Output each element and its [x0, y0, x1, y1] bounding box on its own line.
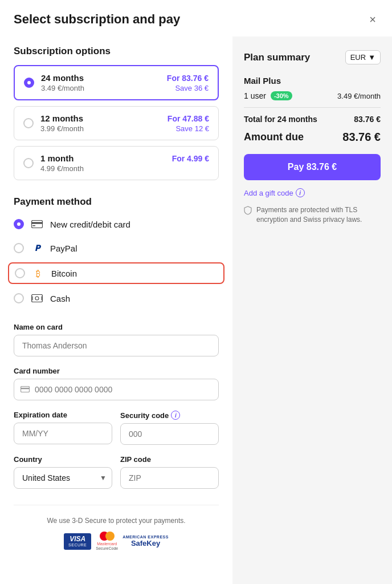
svg-rect-8 [21, 388, 30, 390]
svg-rect-3 [32, 295, 43, 302]
radio-1month [23, 158, 34, 168]
security-group: Security code i [120, 411, 219, 445]
country-select[interactable]: United States [14, 467, 112, 489]
payment-option-paypal[interactable]: 𝙋 PayPal [14, 240, 219, 257]
plan-divider [244, 107, 381, 108]
sub-option-content-12months: 12 months For 47.88 € 3.99 €/month Save … [40, 113, 209, 133]
radio-paypal [14, 243, 24, 253]
card-icon [31, 218, 43, 230]
card-number-group: Card number [14, 367, 219, 400]
sub-option-save-24months: Save 36 € [175, 84, 209, 92]
bitcoin-icon: ₿ [32, 267, 44, 279]
svg-rect-0 [32, 221, 43, 228]
discount-badge: -30% [271, 91, 292, 100]
zip-input[interactable] [120, 467, 219, 489]
expiry-security-row: Expiration date Security code i [14, 411, 219, 455]
amex-logo: AMERICAN EXPRESS SafeKey [122, 535, 169, 548]
secure-section: We use 3-D Secure to protect your paymen… [14, 505, 219, 557]
payment-option-card[interactable]: New credit/debit card [14, 216, 219, 233]
card-input[interactable] [14, 379, 219, 400]
payment-label-cash: Cash [50, 294, 70, 303]
plan-name: Mail Plus [244, 76, 381, 86]
plan-user-label: 1 user -30% [244, 91, 292, 100]
sub-option-monthly-12months: 3.99 €/month [40, 124, 84, 133]
security-note: Payments are protected with TLS encrypti… [244, 205, 381, 225]
name-input[interactable] [14, 335, 219, 356]
currency-arrow: ▼ [368, 53, 375, 62]
sub-option-monthly-24months: 3.49 €/month [41, 84, 84, 92]
sub-option-monthly-1month: 4.99 €/month [40, 164, 84, 173]
sub-option-price-24months: For 83.76 € [167, 74, 209, 83]
card-logos: VISA SECURE Mastercard SecureCode [14, 532, 219, 551]
sub-option-save-12months: Save 12 € [175, 124, 209, 133]
name-on-card-group: Name on card [14, 323, 219, 356]
currency-select[interactable]: EUR ▼ [345, 50, 381, 64]
secure-text: We use 3-D Secure to protect your paymen… [14, 517, 219, 525]
expiry-label: Expiration date [14, 411, 112, 419]
radio-bitcoin [15, 268, 25, 278]
plan-user-row: 1 user -30% 3.49 €/month [244, 91, 381, 100]
zip-group: ZIP code [120, 455, 219, 489]
subscription-title: Subscription options [14, 46, 219, 57]
subscription-options: 24 months For 83.76 € 3.49 €/month Save … [14, 65, 219, 180]
radio-24months [24, 78, 34, 88]
country-zip-row: Country United States ▼ ZIP code [14, 455, 219, 499]
mastercard-logo: Mastercard SecureCode [96, 532, 118, 551]
plan-user-price: 3.49 €/month [337, 92, 381, 100]
modal-body: Subscription options 24 months For 83.76… [0, 36, 392, 584]
total-months-label: Total for 24 months [244, 115, 317, 124]
radio-card [14, 219, 24, 229]
subscription-option-24months[interactable]: 24 months For 83.76 € 3.49 €/month Save … [14, 65, 219, 100]
payment-label-bitcoin: Bitcoin [51, 269, 77, 278]
country-label: Country [14, 455, 112, 464]
payment-method-title: Payment method [14, 196, 219, 208]
payment-option-bitcoin[interactable]: ₿ Bitcoin [8, 262, 224, 284]
sub-option-name-24months: 24 months [41, 73, 84, 83]
security-input[interactable] [120, 423, 219, 445]
payment-methods: New credit/debit card 𝙋 PayPal ₿ Bitcoin [14, 216, 219, 307]
sub-option-content-24months: 24 months For 83.76 € 3.49 €/month Save … [41, 73, 209, 92]
subscription-option-12months[interactable]: 12 months For 47.88 € 3.99 €/month Save … [14, 106, 219, 140]
amount-due-value: 83.76 € [342, 131, 381, 144]
shield-icon [244, 206, 252, 218]
security-label: Security code i [120, 411, 219, 420]
modal-header: Select subscription and pay × [0, 0, 392, 36]
amount-due-row: Amount due 83.76 € [244, 131, 381, 144]
subscription-option-1month[interactable]: 1 month For 4.99 € 4.99 €/month [14, 146, 219, 180]
payment-label-paypal: PayPal [50, 244, 77, 253]
total-months-value: 83.76 € [354, 115, 381, 124]
pay-button[interactable]: Pay 83.76 € [244, 154, 381, 180]
amount-due-label: Amount due [244, 131, 304, 143]
right-panel: Plan summary EUR ▼ Mail Plus 1 user -30%… [232, 36, 392, 584]
security-info-icon[interactable]: i [171, 411, 180, 420]
modal-title: Select subscription and pay [14, 12, 180, 27]
plan-summary-header: Plan summary EUR ▼ [244, 50, 381, 64]
payment-option-cash[interactable]: Cash [14, 290, 219, 307]
close-button[interactable]: × [367, 11, 378, 27]
visa-logo: VISA SECURE [64, 533, 91, 550]
radio-cash [14, 293, 24, 303]
name-label: Name on card [14, 323, 219, 331]
total-months-row: Total for 24 months 83.76 € [244, 115, 381, 124]
gift-code-link[interactable]: Add a gift code i [244, 188, 381, 197]
radio-12months [23, 118, 34, 128]
country-group: Country United States ▼ [14, 455, 112, 489]
sub-option-price-12months: For 47.88 € [168, 114, 209, 123]
gift-code-info-icon[interactable]: i [296, 188, 305, 197]
modal-container: Select subscription and pay × Subscripti… [0, 0, 392, 584]
cash-icon [31, 292, 43, 305]
plan-summary-title: Plan summary [244, 52, 310, 63]
sub-option-name-12months: 12 months [40, 113, 83, 123]
left-panel: Subscription options 24 months For 83.76… [0, 36, 232, 584]
expiry-group: Expiration date [14, 411, 112, 445]
security-note-text: Payments are protected with TLS encrypti… [256, 205, 381, 225]
expiry-input[interactable] [14, 423, 112, 444]
zip-label: ZIP code [120, 455, 219, 464]
sub-option-price-1month: For 4.99 € [172, 154, 209, 163]
gift-code-label: Add a gift code [244, 189, 293, 197]
payment-label-card: New credit/debit card [50, 220, 130, 229]
card-input-wrapper [14, 379, 219, 400]
svg-point-4 [35, 297, 39, 300]
country-select-wrapper: United States ▼ [14, 467, 112, 489]
svg-rect-1 [31, 222, 43, 224]
